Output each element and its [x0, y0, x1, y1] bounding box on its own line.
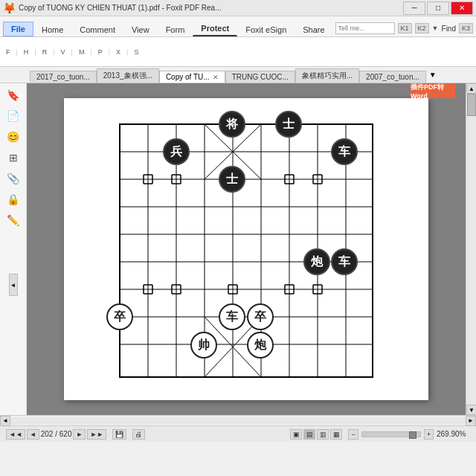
ribbon-tabs: File Home Comment View Form Protect Foxi…: [0, 16, 476, 37]
document-tabs: 2017_co_tuon... 2013_象棋强... Copy of TU..…: [0, 67, 476, 83]
ribbon-group-f: F: [6, 48, 10, 56]
orange-banner: 插件PDF转Word: [411, 83, 455, 98]
doc-tab-close-3[interactable]: ✕: [213, 74, 219, 81]
save-button[interactable]: 💾: [112, 429, 126, 440]
piece-jiang: 将: [219, 111, 245, 138]
find-label[interactable]: Find: [442, 25, 456, 33]
app-icon: 🦊: [3, 2, 16, 14]
page-navigation: ◄◄ ◄ 202 / 620 ► ►►: [6, 429, 106, 440]
k3-label: K3: [459, 23, 473, 33]
piece-ju1: 车: [331, 138, 358, 165]
print-button[interactable]: 🖨: [132, 429, 145, 440]
scroll-track: [466, 94, 476, 405]
close-button[interactable]: ✕: [451, 1, 473, 15]
ribbon-content: F | H | R | V | M | P | X | S: [0, 37, 476, 67]
nav-prev-button[interactable]: ◄: [27, 429, 39, 440]
piece-ju2: 车: [331, 248, 358, 275]
doc-tab-4[interactable]: TRUNG CUOC...: [225, 71, 295, 83]
scroll-up-button[interactable]: ▲: [466, 83, 476, 94]
h-scroll-track: [10, 417, 466, 425]
vertical-scrollbar[interactable]: ▲ ▼: [466, 83, 476, 415]
doc-tab-5[interactable]: 象棋精巧实用...: [295, 68, 359, 83]
horizontal-scrollbar[interactable]: ◄ ►: [0, 415, 476, 425]
tab-foxiteSign[interactable]: Foxit eSign: [237, 22, 295, 36]
zoom-out-button[interactable]: −: [348, 429, 358, 440]
ribbon-group-s: S: [134, 48, 138, 56]
view-icon-2[interactable]: ▤: [303, 429, 315, 440]
k2-label: K2: [415, 23, 429, 33]
page-info: 202 / 620: [41, 430, 72, 438]
view-icon-3[interactable]: ▥: [317, 429, 329, 440]
sidebar-icon-layers[interactable]: ⊞: [4, 149, 22, 167]
chess-board-container: 将 士 兵 车 士 炮: [71, 106, 421, 396]
piece-shi1: 士: [275, 111, 302, 138]
zoom-slider[interactable]: [361, 431, 421, 437]
k1-label: K1: [398, 23, 412, 33]
sidebar-collapse-button[interactable]: ◄: [9, 274, 18, 296]
piece-pao2: 炮: [247, 332, 274, 358]
doc-tab-3[interactable]: Copy of TU... ✕: [159, 71, 225, 83]
ribbon-group-v: V: [61, 48, 65, 56]
sidebar-icon-edit[interactable]: ✏️: [4, 211, 22, 229]
sidebar-icon-emoji[interactable]: 😊: [4, 128, 22, 146]
minimize-button[interactable]: ─: [403, 1, 425, 15]
window-controls: ─ □ ✕: [403, 1, 473, 15]
nav-first-button[interactable]: ◄◄: [6, 429, 25, 440]
tab-share[interactable]: Share: [295, 22, 332, 36]
nav-next-button[interactable]: ►: [73, 429, 86, 440]
more-tabs-button[interactable]: ▼: [426, 69, 440, 80]
scroll-right-button[interactable]: ►: [466, 416, 476, 426]
ribbon-group-m: M: [79, 48, 85, 56]
status-bar: ◄◄ ◄ 202 / 620 ► ►► 💾 🖨 ▣ ▤ ▥ ▦ − + 269.…: [0, 425, 476, 442]
sidebar: 🔖 📄 😊 ⊞ 📎 🔒 ✏️ ◄: [0, 83, 27, 415]
title-bar: 🦊 Copy of TUONG KY CHIEN THUAT (1).pdf -…: [0, 0, 476, 16]
piece-shi2: 士: [219, 166, 245, 193]
tab-home[interactable]: Home: [33, 22, 71, 36]
ribbon-group-h: H: [24, 48, 29, 56]
status-right: ▣ ▤ ▥ ▦ − + 269.90%: [290, 429, 470, 440]
sidebar-icon-lock[interactable]: 🔒: [4, 190, 22, 208]
maximize-button[interactable]: □: [427, 1, 449, 15]
view-icon-4[interactable]: ▦: [330, 429, 342, 440]
zoom-in-button[interactable]: +: [424, 429, 434, 440]
piece-bing: 兵: [163, 138, 190, 165]
piece-pao1: 炮: [303, 248, 330, 275]
document-content: 插件PDF转Word: [27, 83, 466, 415]
scroll-down-button[interactable]: ▼: [466, 405, 476, 415]
piece-shuai: 帅: [190, 332, 217, 358]
ribbon-group-x: X: [116, 48, 120, 56]
chess-board: 将 士 兵 车 士 炮: [105, 109, 387, 392]
ribbon-group-p: P: [98, 48, 103, 56]
doc-tab-2[interactable]: 2013_象棋强...: [97, 68, 159, 83]
zoom-level: 269.90%: [437, 430, 470, 438]
tab-file[interactable]: File: [3, 22, 33, 36]
piece-zu2: 卒: [247, 303, 274, 330]
tab-form[interactable]: Form: [158, 22, 193, 36]
tab-protect[interactable]: Protect: [193, 21, 237, 36]
tab-view[interactable]: View: [123, 22, 158, 36]
scroll-left-button[interactable]: ◄: [0, 416, 10, 426]
view-icon-1[interactable]: ▣: [290, 429, 302, 440]
zoom-thumb[interactable]: [409, 431, 416, 439]
scroll-thumb[interactable]: [467, 94, 476, 116]
doc-tab-6[interactable]: 2007_co_tuon...: [359, 71, 426, 83]
ribbon-group-r: R: [42, 48, 48, 56]
tell-me-input[interactable]: [335, 22, 395, 34]
sidebar-icon-attach[interactable]: 📎: [4, 170, 22, 187]
pdf-page: 将 士 兵 车 士 炮: [64, 98, 428, 400]
view-mode-icons: ▣ ▤ ▥ ▦: [290, 429, 342, 440]
piece-zu1: 卒: [106, 303, 133, 330]
title-bar-text: Copy of TUONG KY CHIEN THUAT (1).pdf - F…: [19, 4, 403, 12]
sidebar-icon-page[interactable]: 📄: [4, 107, 22, 125]
nav-last-button[interactable]: ►►: [87, 429, 106, 440]
svg-rect-0: [120, 124, 373, 377]
tab-comment[interactable]: Comment: [71, 22, 123, 36]
sidebar-icon-bookmark[interactable]: 🔖: [4, 86, 22, 104]
main-area: 🔖 📄 😊 ⊞ 📎 🔒 ✏️ ◄ 插件PDF转Word: [0, 83, 476, 415]
doc-tab-1[interactable]: 2017_co_tuon...: [30, 71, 97, 83]
piece-ju3: 车: [219, 303, 245, 330]
